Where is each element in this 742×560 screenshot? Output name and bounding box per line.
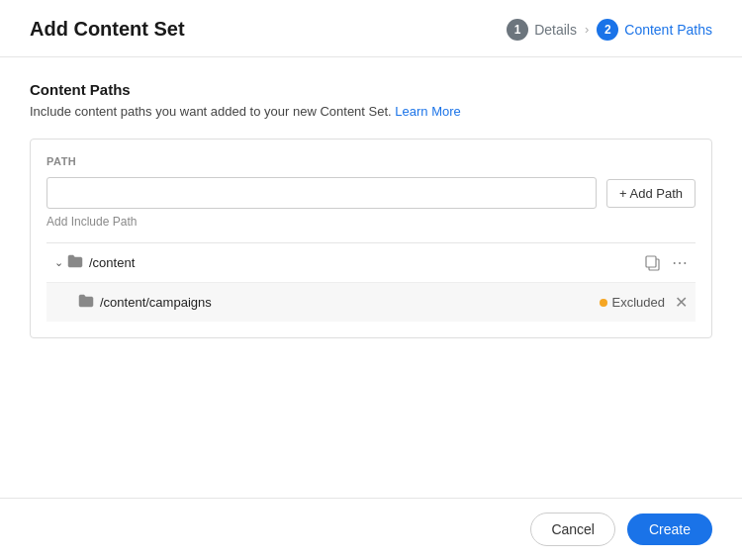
page-title: Add Content Set [30, 18, 185, 41]
path-panel: PATH + Add Path Add Include Path ⌄ /cont… [30, 139, 712, 338]
breadcrumb-arrow: › [585, 22, 589, 37]
tree-root-path: /content [89, 255, 644, 270]
remove-icon[interactable]: ✕ [675, 293, 688, 312]
create-button[interactable]: Create [627, 513, 712, 545]
path-input-row: + Add Path [46, 177, 696, 209]
page-container: Add Content Set 1 Details › 2 Content Pa… [0, 0, 742, 560]
learn-more-link[interactable]: Learn More [395, 104, 460, 119]
excluded-badge: Excluded [600, 295, 665, 310]
step-1-circle: 1 [507, 19, 528, 41]
tree-toggle-icon[interactable]: ⌄ [54, 256, 63, 269]
path-input[interactable] [46, 177, 597, 209]
folder-icon [67, 254, 83, 271]
tree-child-path: /content/campaigns [100, 295, 600, 310]
cancel-button[interactable]: Cancel [530, 513, 615, 546]
excluded-dot [600, 299, 607, 307]
copy-icon[interactable] [644, 254, 662, 272]
path-label: PATH [46, 155, 696, 167]
tree-child-actions: Excluded ✕ [600, 293, 688, 312]
more-options-icon[interactable]: ⋯ [672, 253, 688, 272]
section-description: Include content paths you want added to … [30, 104, 712, 119]
main-content: Content Paths Include content paths you … [0, 57, 742, 498]
child-folder-icon [78, 294, 94, 311]
svg-rect-1 [646, 256, 656, 267]
breadcrumb-step-2: 2 Content Paths [597, 19, 712, 41]
excluded-label: Excluded [612, 295, 665, 310]
add-path-button[interactable]: + Add Path [606, 179, 696, 208]
step-1-label: Details [534, 22, 577, 38]
tree-root-actions: ⋯ [644, 253, 688, 272]
breadcrumb: 1 Details › 2 Content Paths [507, 19, 712, 41]
step-2-label: Content Paths [624, 22, 712, 38]
footer: Cancel Create [0, 498, 742, 560]
header: Add Content Set 1 Details › 2 Content Pa… [0, 0, 742, 57]
tree-row-root: ⌄ /content ⋯ [46, 243, 696, 283]
add-include-hint: Add Include Path [46, 215, 696, 229]
breadcrumb-step-1: 1 Details [507, 19, 577, 41]
section-title: Content Paths [30, 81, 712, 98]
tree-row-child: /content/campaigns Excluded ✕ [46, 283, 696, 322]
step-2-circle: 2 [597, 19, 618, 41]
